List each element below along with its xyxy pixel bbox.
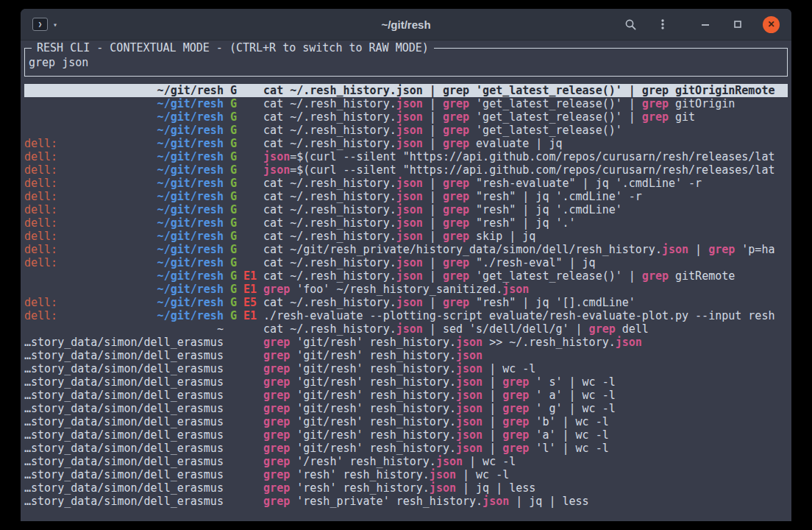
status-flags: G <box>230 124 263 137</box>
history-row[interactable]: ~/git/reshG E1grep 'foo' ~/resh_history_… <box>24 283 788 296</box>
command-text: cat ~/git/resh_private/history_data/simo… <box>263 243 788 256</box>
history-row[interactable]: …story_data/simon/dell_erasmusgrep '/res… <box>24 455 788 468</box>
restore-button[interactable] <box>730 17 745 32</box>
status-flags <box>230 455 263 468</box>
match-highlight: json <box>396 230 423 243</box>
history-row[interactable]: …story_data/simon/dell_erasmusgrep 'git/… <box>24 389 788 402</box>
command-text: grep '/resh' resh_history.json | wc -l <box>263 455 788 468</box>
history-row[interactable]: dell:~/git/reshGcat ~/.resh_history.json… <box>24 177 788 190</box>
search-button[interactable] <box>623 17 638 32</box>
match-highlight: grep <box>502 402 529 415</box>
close-button[interactable]: ✕ <box>763 16 780 33</box>
directory-path: …story_data/simon/dell_erasmus <box>24 442 224 455</box>
directory-path: …story_data/simon/dell_erasmus <box>24 389 224 402</box>
git-flag: G <box>230 309 237 322</box>
history-row[interactable]: ~/git/reshGcat ~/.resh_history.json | gr… <box>24 84 788 97</box>
match-highlight: grep <box>263 336 290 349</box>
match-highlight: grep <box>443 269 469 283</box>
status-flags: G <box>230 256 263 269</box>
history-row[interactable]: dell:~/git/reshGcat ~/.resh_history.json… <box>24 137 788 150</box>
directory-path: ~/git/resh <box>157 203 224 216</box>
git-flag: G <box>230 163 237 177</box>
status-flags: G E1 <box>230 269 263 283</box>
history-row[interactable]: …story_data/simon/dell_erasmusgrep 'git/… <box>24 375 788 389</box>
minimize-button[interactable] <box>698 17 713 32</box>
history-row[interactable]: …story_data/simon/dell_erasmusgrep 'git/… <box>24 402 788 415</box>
directory-path: ~/git/resh <box>157 177 224 190</box>
history-row[interactable]: dell:~/git/reshGjson=$(curl --silent "ht… <box>24 150 788 163</box>
match-highlight: grep <box>443 203 469 216</box>
history-row[interactable]: dell:~/git/reshGcat ~/.resh_history.json… <box>24 190 788 203</box>
match-highlight: json <box>263 163 290 177</box>
command-text: grep 'resh' resh_history.json | wc -l <box>263 468 788 481</box>
match-highlight: json <box>616 336 642 349</box>
history-row[interactable]: dell:~/git/reshGcat ~/.resh_history.json… <box>24 230 788 243</box>
menu-button[interactable] <box>655 17 670 32</box>
kebab-menu-icon <box>657 18 669 30</box>
host-label: dell: <box>24 203 57 216</box>
host-label: dell: <box>24 296 57 309</box>
match-highlight: grep <box>443 177 469 190</box>
history-row[interactable]: dell:~/git/reshG E1./resh-evaluate --plo… <box>24 309 788 322</box>
status-flags: G <box>230 230 263 243</box>
command-text: grep 'resh_private' resh_history.json | … <box>263 495 788 508</box>
match-highlight: grep <box>443 110 469 124</box>
command-text: grep 'git/resh' resh_history.json | grep… <box>263 428 788 442</box>
git-flag: G <box>230 137 237 150</box>
status-flags <box>230 336 263 349</box>
history-row[interactable]: dell:~/git/reshGcat ~/git/resh_private/h… <box>24 243 788 256</box>
history-row[interactable]: …story_data/simon/dell_erasmusgrep 'resh… <box>24 495 788 508</box>
directory-path: ~/git/resh <box>157 84 224 97</box>
directory-path: ~/git/resh <box>157 309 224 322</box>
match-highlight: json <box>482 495 509 508</box>
git-flag: G <box>230 256 237 269</box>
command-text: json=$(curl --silent "https://api.github… <box>263 163 788 177</box>
host-label: dell: <box>24 150 57 163</box>
titlebar: ❯ ▾ ~/git/resh <box>21 9 791 40</box>
git-flag: G <box>230 97 237 110</box>
history-row[interactable]: dell:~/git/reshGjson=$(curl --silent "ht… <box>24 163 788 177</box>
status-flags <box>230 389 263 402</box>
history-row[interactable]: dell:~/git/reshGcat ~/.resh_history.json… <box>24 216 788 230</box>
match-highlight: json <box>430 481 456 495</box>
match-highlight: json <box>396 97 423 110</box>
history-row[interactable]: …story_data/simon/dell_erasmusgrep 'git/… <box>24 349 788 362</box>
history-row[interactable]: dell:~/git/reshGcat ~/.resh_history.json… <box>24 256 788 269</box>
match-highlight: json <box>396 124 423 137</box>
status-flags <box>230 495 263 508</box>
history-row[interactable]: …story_data/simon/dell_erasmusgrep 'git/… <box>24 442 788 455</box>
host-label: dell: <box>24 216 57 230</box>
directory-path: …story_data/simon/dell_erasmus <box>24 415 224 428</box>
command-text: cat ~/.resh_history.json | grep "./resh-… <box>263 256 788 269</box>
host-label: dell: <box>24 256 57 269</box>
history-row[interactable]: ~cat ~/.resh_history.json | sed 's/dell/… <box>24 322 788 336</box>
history-row[interactable]: ~/git/reshGcat ~/.resh_history.json | gr… <box>24 124 788 137</box>
git-flag: G <box>230 243 237 256</box>
terminal-profile-button[interactable]: ❯ ▾ <box>32 18 57 31</box>
match-highlight: grep <box>443 296 469 309</box>
status-flags: G E1 <box>230 283 263 296</box>
restore-icon <box>733 19 743 29</box>
history-row[interactable]: …story_data/simon/dell_erasmusgrep 'resh… <box>24 481 788 495</box>
status-flags <box>230 415 263 428</box>
status-flags <box>230 349 263 362</box>
history-row[interactable]: …story_data/simon/dell_erasmusgrep 'git/… <box>24 362 788 375</box>
command-text: cat ~/.resh_history.json | grep "resh" |… <box>263 296 788 309</box>
command-text: cat ~/.resh_history.json | grep 'get_lat… <box>263 97 788 110</box>
directory-path: ~/git/resh <box>157 230 224 243</box>
directory-path: …story_data/simon/dell_erasmus <box>24 349 224 362</box>
history-row[interactable]: …story_data/simon/dell_erasmusgrep 'git/… <box>24 415 788 428</box>
history-row[interactable]: ~/git/reshG E1cat ~/.resh_history.json |… <box>24 269 788 283</box>
host-label: dell: <box>24 163 57 177</box>
history-row[interactable]: dell:~/git/reshG E5cat ~/.resh_history.j… <box>24 296 788 309</box>
command-text: grep 'git/resh' resh_history.json | grep… <box>263 402 788 415</box>
history-row[interactable]: …story_data/simon/dell_erasmusgrep 'resh… <box>24 468 788 481</box>
directory-path: ~/git/resh <box>157 163 224 177</box>
history-row[interactable]: dell:~/git/reshGcat ~/.resh_history.json… <box>24 203 788 216</box>
match-highlight: grep <box>502 442 529 455</box>
history-row[interactable]: …story_data/simon/dell_erasmusgrep 'git/… <box>24 336 788 349</box>
history-row[interactable]: …story_data/simon/dell_erasmusgrep 'git/… <box>24 428 788 442</box>
history-row[interactable]: ~/git/reshGcat ~/.resh_history.json | gr… <box>24 97 788 110</box>
search-query-input[interactable]: grep json <box>29 56 783 69</box>
history-row[interactable]: ~/git/reshGcat ~/.resh_history.json | gr… <box>24 110 788 124</box>
